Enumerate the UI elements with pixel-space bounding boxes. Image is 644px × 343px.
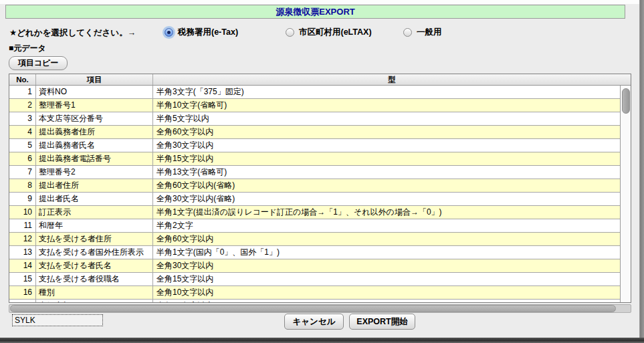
radio-option-tax-office-etax[interactable]: 税務署用(e-Tax)	[165, 26, 238, 38]
row-item: 整理番号2	[36, 166, 153, 179]
row-type: 半角13文字(省略可)	[153, 166, 620, 179]
row-type: 半角1文字(国内「0」、国外「1」)	[153, 246, 620, 259]
row-no: 12	[9, 233, 36, 245]
row-type: 全角60文字以内	[153, 233, 620, 245]
row-no: 3	[9, 112, 36, 125]
row-type: 全角60文字以内(省略)	[153, 179, 620, 192]
row-no: 17	[9, 300, 36, 303]
table-row[interactable]: 8提出者住所全角60文字以内(省略)	[9, 179, 620, 193]
table-row[interactable]: 12支払を受ける者住所全角60文字以内	[9, 233, 620, 246]
horizontal-scrollbar[interactable]	[9, 304, 631, 313]
source-data-section-label: ■元データ	[9, 43, 46, 54]
radio-option-general[interactable]: 一般用	[403, 26, 442, 38]
row-no: 1	[9, 86, 36, 98]
row-type: 全角30文字以内(省略)	[153, 193, 620, 205]
table-header-row: No. 項目 型	[9, 74, 631, 86]
row-type: 半角15文字以内	[153, 152, 620, 165]
table-row[interactable]: 1資料NO半角3文字(「375」固定)	[9, 86, 620, 99]
horizontal-scrollbar-thumb[interactable]	[10, 305, 616, 312]
row-no: 13	[9, 246, 36, 259]
row-item: 本支店等区分番号	[36, 112, 153, 125]
window-bottom-edge	[0, 338, 644, 343]
row-item: 提出義務者氏名	[36, 139, 153, 152]
table-row[interactable]: 2整理番号1半角10文字(省略可)	[9, 99, 620, 112]
table-row[interactable]: 11和暦年半角2文字	[9, 219, 620, 233]
row-type: 全角60文字以内	[153, 126, 620, 138]
vertical-scrollbar-thumb[interactable]	[622, 88, 630, 114]
row-item: 提出者氏名	[36, 193, 153, 205]
row-no: 10	[9, 206, 36, 219]
row-type: 全角30文字以内	[153, 259, 620, 272]
window-right-edge	[640, 0, 644, 338]
row-no: 7	[9, 166, 36, 179]
row-no: 14	[9, 259, 36, 272]
row-no: 2	[9, 99, 36, 112]
radio-unselected-icon[interactable]	[286, 28, 294, 37]
table-row[interactable]: 4提出義務者住所全角60文字以内	[9, 126, 620, 139]
row-item: 資料NO	[36, 86, 153, 98]
row-type: 半角1文字(提出済の誤りレコード訂正の場合→「1」、それ以外の場合→「0」)	[153, 206, 620, 219]
field-definition-table: No. 項目 型 1資料NO半角3文字(「375」固定)2整理番号1半角10文字…	[9, 74, 631, 303]
row-no: 8	[9, 179, 36, 192]
row-type: 半角10文字以内	[153, 300, 620, 303]
table-row[interactable]: 10訂正表示半角1文字(提出済の誤りレコード訂正の場合→「1」、それ以外の場合→…	[9, 206, 620, 219]
row-type: 半角10文字(省略可)	[153, 99, 620, 112]
window-top-edge	[0, 0, 639, 4]
row-item: 訂正表示	[36, 206, 153, 219]
column-header-type: 型	[153, 74, 631, 85]
export-start-button[interactable]: EXPORT開始	[349, 314, 415, 330]
row-item: 支払を受ける者役職名	[36, 273, 153, 285]
export-dialog-window: 源泉徴収票EXPORT ★どれかを選択してください。→ 税務署用(e-Tax) …	[0, 0, 640, 338]
cancel-button[interactable]: キャンセル	[284, 314, 344, 330]
dialog-title-bar: 源泉徴収票EXPORT	[5, 5, 625, 19]
row-item: 支払を受ける者住所	[36, 233, 153, 245]
row-no: 4	[9, 126, 36, 138]
row-no: 5	[9, 139, 36, 152]
table-row[interactable]: 13支払を受ける者国外住所表示半角1文字(国内「0」、国外「1」)	[9, 246, 620, 259]
row-item: 支払金額	[36, 300, 153, 303]
row-no: 11	[9, 219, 36, 232]
row-no: 15	[9, 273, 36, 285]
row-no: 6	[9, 152, 36, 165]
row-item: 支払を受ける者国外住所表示	[36, 246, 153, 259]
export-format-field[interactable]: SYLK	[12, 314, 103, 326]
row-item: 提出義務者電話番号	[36, 152, 153, 165]
column-header-no: No.	[9, 74, 36, 85]
row-type: 全角10文字以内	[153, 286, 620, 299]
row-type: 半角3文字(「375」固定)	[153, 86, 620, 98]
row-item: 種別	[36, 286, 153, 299]
row-item: 和暦年	[36, 219, 153, 232]
radio-selected-icon[interactable]	[165, 28, 173, 37]
table-row[interactable]: 14支払を受ける者氏名全角30文字以内	[9, 259, 620, 273]
vertical-scrollbar[interactable]	[620, 86, 631, 302]
table-row[interactable]: 6提出義務者電話番号半角15文字以内	[9, 152, 620, 166]
radio-label[interactable]: 市区町村用(eLTAX)	[299, 27, 372, 38]
radio-label[interactable]: 税務署用(e-Tax)	[178, 27, 238, 38]
radio-option-municipality-eltax[interactable]: 市区町村用(eLTAX)	[286, 26, 372, 38]
table-row[interactable]: 16種別全角10文字以内	[9, 286, 620, 300]
table-row[interactable]: 9提出者氏名全角30文字以内(省略)	[9, 193, 620, 206]
row-type: 全角15文字以内	[153, 273, 620, 285]
column-header-item: 項目	[36, 74, 153, 85]
row-type: 半角5文字以内	[153, 112, 620, 125]
row-type: 半角2文字	[153, 219, 620, 232]
row-item: 整理番号1	[36, 99, 153, 112]
item-copy-button[interactable]: 項目コピー	[9, 56, 68, 70]
table-row[interactable]: 17支払金額半角10文字以内	[9, 300, 620, 303]
row-no: 9	[9, 193, 36, 205]
selection-prompt-label: ★どれかを選択してください。→	[9, 27, 136, 39]
table-row[interactable]: 3本支店等区分番号半角5文字以内	[9, 112, 620, 126]
radio-unselected-icon[interactable]	[403, 28, 412, 37]
table-row[interactable]: 5提出義務者氏名全角30文字以内	[9, 139, 620, 152]
row-item: 提出者住所	[36, 179, 153, 192]
table-row[interactable]: 15支払を受ける者役職名全角15文字以内	[9, 273, 620, 286]
row-item: 提出義務者住所	[36, 126, 153, 138]
row-item: 支払を受ける者氏名	[36, 259, 153, 272]
row-no: 16	[9, 286, 36, 299]
radio-label[interactable]: 一般用	[417, 27, 442, 38]
table-row[interactable]: 7整理番号2半角13文字(省略可)	[9, 166, 620, 179]
row-type: 全角30文字以内	[153, 139, 620, 152]
page-title: 源泉徴収票EXPORT	[276, 7, 354, 17]
table-body: 1資料NO半角3文字(「375」固定)2整理番号1半角10文字(省略可)3本支店…	[9, 86, 620, 303]
